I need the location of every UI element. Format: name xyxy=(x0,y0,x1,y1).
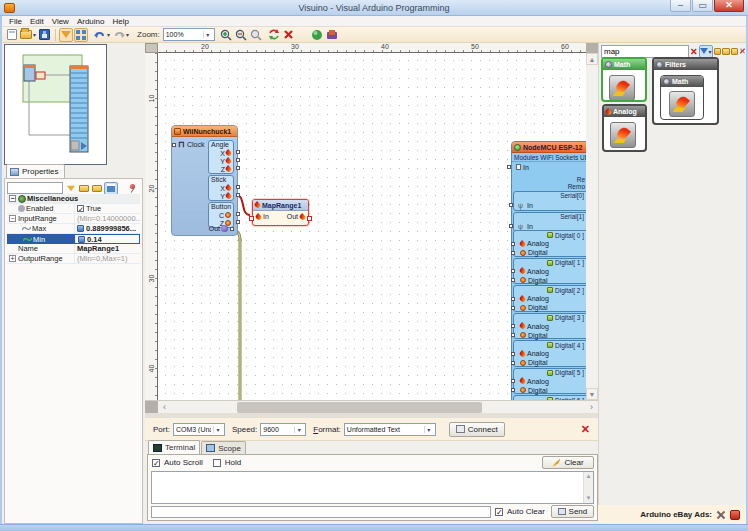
pin[interactable] xyxy=(511,324,515,328)
pin-in[interactable]: In xyxy=(512,162,586,172)
tab-terminal[interactable]: Terminal xyxy=(148,440,200,454)
open-project-button[interactable]: ▾ xyxy=(19,28,37,42)
pin[interactable] xyxy=(230,227,234,231)
zoom-out-button[interactable] xyxy=(234,28,248,42)
pin[interactable] xyxy=(511,251,515,255)
pin-clock[interactable]: ⊓ Clock xyxy=(172,141,205,148)
pin[interactable] xyxy=(236,220,240,224)
toggle-grid-button[interactable] xyxy=(74,28,88,42)
pin-digital[interactable]: Digital xyxy=(514,276,586,285)
collapse-all-icon[interactable] xyxy=(739,46,746,56)
pin-angle-x[interactable]: X xyxy=(209,149,233,157)
tools-icon[interactable] xyxy=(716,510,726,520)
property-row-enabled[interactable]: Enabled ✓True xyxy=(7,204,140,214)
pin[interactable] xyxy=(236,166,240,170)
pin-analog[interactable]: Analog xyxy=(514,239,586,248)
refresh-button[interactable] xyxy=(267,28,281,42)
canvas-horizontal-scrollbar[interactable]: ‹ › xyxy=(145,400,598,413)
port-select[interactable]: COM3 (Unav▾ xyxy=(173,423,225,436)
pin-stick-x[interactable]: X xyxy=(209,184,233,192)
expand-folder-icon[interactable] xyxy=(78,183,89,194)
enabled-checkbox[interactable]: ✓ xyxy=(77,205,84,212)
pin-analog[interactable]: Analog xyxy=(514,267,586,276)
pin[interactable] xyxy=(236,158,240,162)
category-icon[interactable] xyxy=(722,48,730,55)
hold-checkbox[interactable] xyxy=(213,459,221,467)
pin[interactable] xyxy=(307,216,312,221)
pin[interactable] xyxy=(511,352,515,356)
palette-subcategory-math[interactable]: Math xyxy=(660,75,704,120)
pin[interactable] xyxy=(511,333,515,337)
value-edit-icon[interactable] xyxy=(78,236,85,243)
compile-button[interactable] xyxy=(310,28,324,42)
property-group-miscellaneous[interactable]: −Miscellaneous xyxy=(7,194,140,204)
pin[interactable] xyxy=(172,143,176,147)
category-icon[interactable] xyxy=(714,48,722,55)
zoom-select[interactable]: 100%▾ xyxy=(163,28,215,41)
minimap[interactable] xyxy=(4,44,107,165)
view-mode-button[interactable] xyxy=(104,182,118,195)
pin-in[interactable]: In xyxy=(256,213,269,220)
maximize-button[interactable]: ▭ xyxy=(692,0,713,12)
pin[interactable] xyxy=(511,379,515,383)
clear-button[interactable]: Clear xyxy=(542,456,594,469)
filter-dropdown-button[interactable]: ▾ xyxy=(699,45,713,58)
scrollbar-thumb[interactable] xyxy=(237,402,482,413)
new-project-button[interactable] xyxy=(6,28,18,42)
block-wiinunchuck[interactable]: WiiNunchuck1 ⊓ Clock Angle X Y Z Stick X… xyxy=(171,125,238,236)
filter-funnel-icon[interactable] xyxy=(65,183,76,194)
canvas-vertical-scrollbar[interactable]: ▲ ▼ xyxy=(586,43,598,400)
auto-scroll-checkbox[interactable]: ✓ xyxy=(152,459,160,467)
menu-item[interactable]: Edit xyxy=(26,17,48,26)
property-row-outputrange[interactable]: +OutputRange (Min=0,Max=1) xyxy=(7,254,140,264)
collapse-folder-icon[interactable] xyxy=(91,183,102,194)
menu-item[interactable]: Arduino xyxy=(73,17,109,26)
palette-category-analog[interactable]: Analog xyxy=(602,104,647,152)
block-wiinunchuck-title[interactable]: WiiNunchuck1 xyxy=(172,126,237,137)
send-input[interactable] xyxy=(151,506,491,518)
pin-out[interactable]: Out xyxy=(287,213,305,220)
category-icon[interactable] xyxy=(731,48,739,55)
menu-item[interactable]: View xyxy=(48,17,73,26)
format-select[interactable]: Unformatted Text▾ xyxy=(344,423,436,436)
zoom-reset-button[interactable] xyxy=(249,28,263,42)
pin[interactable] xyxy=(511,388,515,392)
pin-out[interactable]: Out xyxy=(209,225,234,232)
pin[interactable] xyxy=(507,165,511,169)
pin[interactable] xyxy=(236,193,240,197)
pin[interactable] xyxy=(511,361,515,365)
title-bar[interactable]: Visuino - Visual Arduino Programming – ▭… xyxy=(0,0,748,16)
pin-icon[interactable] xyxy=(128,184,137,193)
terminal-output[interactable]: ▲▼ xyxy=(151,471,594,504)
menu-item[interactable]: Help xyxy=(108,17,132,26)
pin-digital[interactable]: Digital xyxy=(514,358,586,367)
close-button[interactable]: ✕ xyxy=(714,0,744,12)
pin-digital[interactable]: Digital xyxy=(514,303,586,312)
pin[interactable] xyxy=(511,278,515,282)
redo-button[interactable]: ▾ xyxy=(112,28,130,42)
pin[interactable] xyxy=(511,242,515,246)
pin[interactable] xyxy=(511,269,515,273)
stop-ads-icon[interactable] xyxy=(730,510,740,520)
pin[interactable] xyxy=(236,212,240,216)
zoom-in-button[interactable] xyxy=(219,28,233,42)
nodemcu-modules-row[interactable]: Modules WiFi Sockets UD xyxy=(512,153,586,162)
pin-digital[interactable]: Digital xyxy=(514,248,586,257)
pin[interactable] xyxy=(509,224,513,228)
terminal-scrollbar[interactable]: ▲▼ xyxy=(583,472,593,503)
upload-button[interactable] xyxy=(325,28,339,42)
tab-properties[interactable]: Properties xyxy=(6,164,65,178)
save-button[interactable] xyxy=(38,28,51,42)
component-tile[interactable] xyxy=(610,122,636,148)
component-maprange-tile[interactable] xyxy=(609,75,635,101)
block-nodemcu[interactable]: NodeMCU ESP-12 Modules WiFi Sockets UD I… xyxy=(511,141,586,400)
property-row-inputrange[interactable]: −InputRange (Min=0.14000000... xyxy=(7,214,140,224)
property-row-name[interactable]: Name MapRange1 xyxy=(7,244,140,254)
close-terminal-icon[interactable]: ✕ xyxy=(581,424,590,434)
delete-button[interactable] xyxy=(282,28,295,42)
pin[interactable] xyxy=(511,297,515,301)
pin-stick-y[interactable]: Y xyxy=(209,192,233,200)
tab-scope[interactable]: Scope xyxy=(201,441,246,454)
pin-angle-z[interactable]: Z xyxy=(209,165,233,173)
connect-button[interactable]: Connect xyxy=(449,422,505,437)
